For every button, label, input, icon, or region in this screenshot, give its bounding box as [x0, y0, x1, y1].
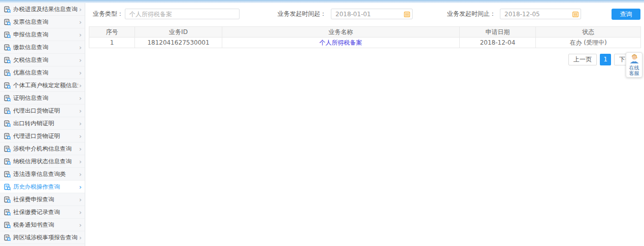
sidebar-item-0[interactable]: 办税进度及结果信息查询 › — [0, 3, 85, 16]
sidebar-item-7[interactable]: 证明信息查询 › — [0, 92, 85, 104]
chevron-right-icon: › — [78, 184, 82, 190]
results-table: 序号业务ID业务名称申请日期状态 11812041627530001个人所得税备… — [89, 26, 641, 48]
prev-page-button[interactable]: 上一页 — [568, 54, 597, 65]
date-to-label: 业务发起时间止： — [418, 9, 496, 19]
sidebar-item-10[interactable]: 代理进口货物证明 › — [0, 130, 85, 143]
cell-status: 在办 (受理中) — [536, 38, 641, 48]
chevron-right-icon: › — [78, 196, 82, 203]
chevron-right-icon: › — [78, 209, 82, 216]
tax-progress-icon — [4, 6, 11, 13]
chevron-right-icon: › — [78, 82, 82, 89]
chevron-right-icon: › — [78, 234, 82, 241]
search-form: 业务类型： 业务发起时间起： 业务发起时间止： — [85, 3, 644, 26]
chevron-right-icon: › — [78, 31, 82, 38]
social-payment-icon — [4, 209, 11, 216]
column-header: 序号 — [89, 27, 135, 38]
column-header: 业务名称 — [222, 27, 460, 38]
business-type-label: 业务类型： — [85, 9, 123, 19]
main-content: 业务类型： 业务发起时间起： 业务发起时间止： — [85, 3, 644, 246]
sidebar-item-label: 社保费申报查询 — [13, 196, 54, 203]
query-button[interactable]: 查询 — [612, 9, 640, 20]
sidebar-item-label: 历史办税操作查询 — [13, 183, 60, 191]
sidebar-item-12[interactable]: 纳税信用状态信息查询 › — [0, 155, 85, 168]
column-header: 状态 — [536, 27, 641, 38]
sidebar-item-14[interactable]: 历史办税操作查询 › — [0, 181, 85, 193]
calendar-icon[interactable] — [404, 11, 410, 17]
violation-info-icon — [4, 171, 11, 178]
service-label-line2: 客服 — [629, 71, 639, 76]
sidebar-item-8[interactable]: 代理出口货物证明 › — [0, 104, 85, 117]
chevron-right-icon: › — [78, 171, 82, 178]
business-name-link[interactable]: 个人所得税备案 — [320, 39, 362, 46]
sidebar-item-5[interactable]: 优惠信息查询 › — [0, 66, 85, 79]
calendar-icon[interactable] — [572, 11, 579, 17]
chevron-right-icon: › — [78, 158, 82, 165]
invoice-info-icon — [4, 19, 11, 25]
table-row: 11812041627530001个人所得税备案2018-12-04在办 (受理… — [89, 38, 641, 48]
sidebar-item-label: 证明信息查询 — [13, 94, 48, 102]
sidebar-item-3[interactable]: 缴款信息查询 › — [0, 41, 85, 54]
sidebar-item-label: 发票信息查询 — [13, 18, 48, 26]
cell-business_name: 个人所得税备案 — [222, 38, 460, 48]
sidebar-item-9[interactable]: 出口转内销证明 › — [0, 117, 85, 130]
date-to-input[interactable] — [504, 11, 572, 18]
page: 办税进度及结果信息查询 › 发票信息查询 › — [0, 0, 644, 246]
sidebar-item-6[interactable]: 个体工商户核定定额信息查询 › — [0, 79, 85, 92]
service-agent-icon — [629, 54, 640, 65]
sidebar-item-13[interactable]: 违法违章信息查询类 › — [0, 168, 85, 181]
sidebar-item-2[interactable]: 申报信息查询 › — [0, 28, 85, 41]
current-page[interactable]: 1 — [600, 54, 611, 65]
sidebar-item-4[interactable]: 欠税信息查询 › — [0, 54, 85, 66]
sidebar-item-label: 申报信息查询 — [13, 31, 48, 39]
export-agency-icon — [4, 108, 11, 114]
chevron-right-icon: › — [78, 133, 82, 139]
sidebar-item-16[interactable]: 社保缴费记录查询 › — [0, 206, 85, 219]
chevron-right-icon: › — [78, 222, 82, 228]
service-label-line1: 在线 — [629, 65, 639, 71]
sidebar-item-label: 跨区域涉税事项报告查询 — [13, 234, 78, 241]
column-header: 申请日期 — [460, 27, 536, 38]
chevron-right-icon: › — [78, 6, 82, 13]
sidebar-item-label: 违法违章信息查询类 — [13, 170, 66, 178]
payment-info-icon — [4, 44, 11, 51]
table-header-row: 序号业务ID业务名称申请日期状态 — [89, 27, 641, 38]
sidebar-item-label: 涉税中介机构信息查询 — [13, 145, 72, 153]
chevron-right-icon: › — [78, 44, 82, 51]
chevron-right-icon: › — [78, 19, 82, 25]
table-body: 11812041627530001个人所得税备案2018-12-04在办 (受理… — [89, 38, 641, 48]
chevron-right-icon: › — [78, 120, 82, 127]
export-domestic-icon — [4, 120, 11, 127]
date-from-input[interactable] — [335, 11, 404, 18]
sidebar-item-11[interactable]: 涉税中介机构信息查询 › — [0, 143, 85, 155]
sidebar-item-label: 缴款信息查询 — [13, 44, 48, 51]
cell-index: 1 — [89, 38, 135, 48]
history-operation-icon — [4, 184, 11, 190]
sidebar-item-label: 优惠信息查询 — [13, 69, 48, 77]
sidebar-item-label: 个体工商户核定定额信息查询 — [13, 82, 78, 89]
cell-apply_date: 2018-12-04 — [460, 38, 536, 48]
chevron-right-icon: › — [78, 95, 82, 101]
preference-info-icon — [4, 69, 11, 76]
sidebar-item-18[interactable]: 跨区域涉税事项报告查询 › — [0, 231, 85, 244]
date-from-field — [331, 9, 413, 19]
declaration-info-icon — [4, 31, 11, 38]
chevron-right-icon: › — [78, 146, 82, 152]
date-to-field — [500, 9, 581, 19]
sidebar-item-1[interactable]: 发票信息查询 › — [0, 16, 85, 28]
import-agency-icon — [4, 133, 11, 139]
sidebar: 办税进度及结果信息查询 › 发票信息查询 › — [0, 3, 85, 246]
sidebar-item-17[interactable]: 税务通知书查询 › — [0, 219, 85, 231]
sidebar-item-label: 社保缴费记录查询 — [13, 208, 60, 216]
online-service-widget[interactable]: 在线 客服 — [626, 52, 642, 78]
sidebar-item-15[interactable]: 社保费申报查询 › — [0, 193, 85, 206]
column-header: 业务ID — [135, 27, 222, 38]
cross-region-icon — [4, 234, 11, 241]
tax-agency-icon — [4, 146, 11, 152]
chevron-right-icon: › — [78, 108, 82, 114]
tax-arrears-icon — [4, 57, 11, 63]
quota-info-icon — [4, 82, 11, 89]
sidebar-item-label: 出口转内销证明 — [13, 120, 54, 127]
tax-notice-icon — [4, 222, 11, 228]
sidebar-item-label: 代理出口货物证明 — [13, 107, 60, 115]
business-type-input[interactable] — [125, 9, 240, 19]
